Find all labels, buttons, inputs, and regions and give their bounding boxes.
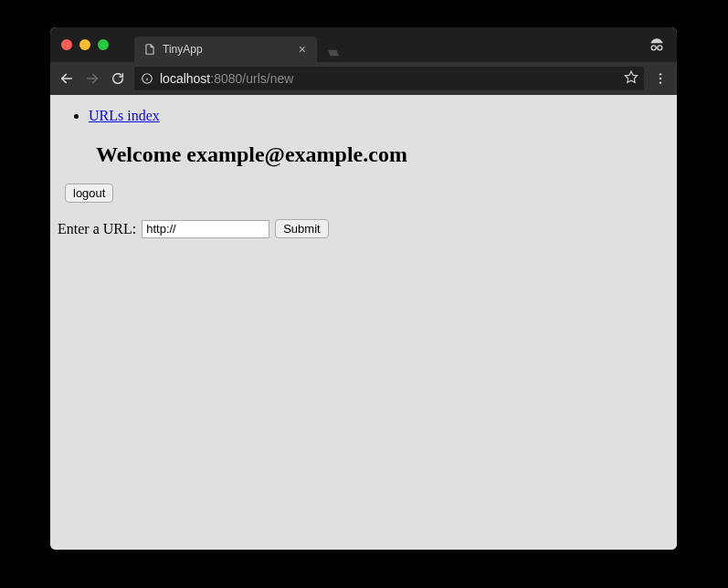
welcome-heading: Welcome example@example.com (96, 142, 670, 167)
close-tab-icon[interactable]: × (297, 43, 308, 56)
back-button[interactable] (58, 69, 76, 88)
close-window-button[interactable] (61, 39, 72, 50)
svg-point-7 (659, 78, 661, 79)
list-item: URLs index (89, 108, 670, 124)
nav-list: URLs index (89, 108, 670, 124)
tab-title: TinyApp (163, 43, 297, 56)
new-tab-button[interactable] (322, 44, 344, 62)
browser-menu-button[interactable] (651, 69, 670, 88)
svg-point-8 (659, 81, 661, 83)
svg-point-0 (651, 46, 656, 50)
url-form: Enter a URL: Submit (58, 219, 670, 238)
address-bar[interactable]: localhost:8080/urls/new (134, 67, 644, 90)
submit-button[interactable]: Submit (275, 219, 328, 238)
bookmark-star-icon[interactable] (624, 69, 638, 88)
tab-strip: TinyApp × (134, 27, 344, 62)
svg-point-1 (658, 46, 662, 50)
url-input[interactable] (142, 220, 269, 238)
svg-marker-5 (625, 71, 637, 82)
welcome-prefix: Welcome (96, 142, 186, 166)
maximize-window-button[interactable] (98, 39, 109, 50)
forward-button[interactable] (83, 69, 101, 88)
page-content: URLs index Welcome example@example.com l… (50, 95, 677, 550)
url-host: localhost (160, 71, 210, 86)
browser-window: TinyApp × (50, 27, 677, 550)
browser-tab[interactable]: TinyApp × (134, 37, 317, 62)
form-label: Enter a URL: (58, 221, 136, 237)
site-info-icon[interactable] (140, 71, 154, 86)
url-path: :8080/urls/new (210, 71, 293, 86)
urls-index-link[interactable]: URLs index (89, 108, 160, 123)
incognito-icon (648, 36, 666, 58)
svg-point-6 (659, 73, 661, 75)
file-icon (143, 43, 156, 56)
logout-button[interactable]: logout (65, 184, 113, 203)
toolbar: localhost:8080/urls/new (50, 62, 677, 95)
window-controls (50, 39, 109, 50)
logout-container: logout (65, 184, 670, 203)
url-text: localhost:8080/urls/new (160, 71, 618, 86)
titlebar: TinyApp × (50, 27, 677, 62)
minimize-window-button[interactable] (79, 39, 90, 50)
welcome-email: example@example.com (186, 142, 407, 166)
reload-button[interactable] (109, 69, 127, 88)
